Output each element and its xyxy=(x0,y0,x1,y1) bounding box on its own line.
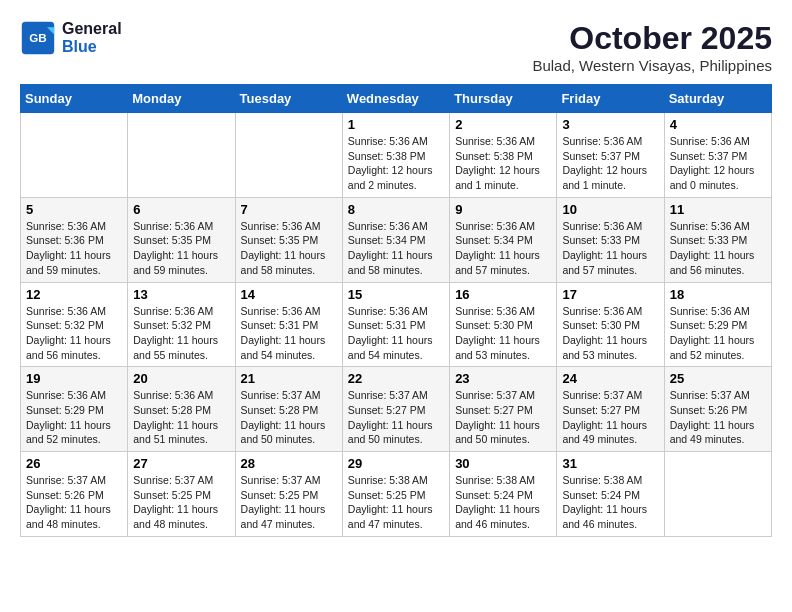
calendar-cell: 1Sunrise: 5:36 AMSunset: 5:38 PMDaylight… xyxy=(342,113,449,198)
day-info: Sunrise: 5:36 AMSunset: 5:28 PMDaylight:… xyxy=(133,388,229,447)
day-number: 26 xyxy=(26,456,122,471)
calendar-cell: 18Sunrise: 5:36 AMSunset: 5:29 PMDayligh… xyxy=(664,282,771,367)
day-info: Sunrise: 5:37 AMSunset: 5:27 PMDaylight:… xyxy=(562,388,658,447)
day-number: 24 xyxy=(562,371,658,386)
logo-line1: General xyxy=(62,20,122,38)
day-info: Sunrise: 5:36 AMSunset: 5:35 PMDaylight:… xyxy=(133,219,229,278)
day-number: 14 xyxy=(241,287,337,302)
day-info: Sunrise: 5:37 AMSunset: 5:25 PMDaylight:… xyxy=(133,473,229,532)
logo-line2: Blue xyxy=(62,38,122,56)
day-info: Sunrise: 5:36 AMSunset: 5:38 PMDaylight:… xyxy=(455,134,551,193)
day-info: Sunrise: 5:38 AMSunset: 5:25 PMDaylight:… xyxy=(348,473,444,532)
calendar-cell: 9Sunrise: 5:36 AMSunset: 5:34 PMDaylight… xyxy=(450,197,557,282)
calendar-cell: 15Sunrise: 5:36 AMSunset: 5:31 PMDayligh… xyxy=(342,282,449,367)
calendar-cell: 24Sunrise: 5:37 AMSunset: 5:27 PMDayligh… xyxy=(557,367,664,452)
day-info: Sunrise: 5:36 AMSunset: 5:38 PMDaylight:… xyxy=(348,134,444,193)
day-info: Sunrise: 5:36 AMSunset: 5:32 PMDaylight:… xyxy=(26,304,122,363)
day-info: Sunrise: 5:36 AMSunset: 5:36 PMDaylight:… xyxy=(26,219,122,278)
day-info: Sunrise: 5:36 AMSunset: 5:34 PMDaylight:… xyxy=(455,219,551,278)
calendar-cell: 13Sunrise: 5:36 AMSunset: 5:32 PMDayligh… xyxy=(128,282,235,367)
weekday-header-row: SundayMondayTuesdayWednesdayThursdayFrid… xyxy=(21,85,772,113)
calendar-cell: 3Sunrise: 5:36 AMSunset: 5:37 PMDaylight… xyxy=(557,113,664,198)
day-info: Sunrise: 5:36 AMSunset: 5:37 PMDaylight:… xyxy=(670,134,766,193)
day-number: 13 xyxy=(133,287,229,302)
logo-icon: GB xyxy=(20,20,56,56)
day-number: 1 xyxy=(348,117,444,132)
calendar-cell xyxy=(235,113,342,198)
day-info: Sunrise: 5:37 AMSunset: 5:27 PMDaylight:… xyxy=(348,388,444,447)
logo: GB General Blue xyxy=(20,20,122,56)
day-info: Sunrise: 5:36 AMSunset: 5:30 PMDaylight:… xyxy=(455,304,551,363)
page-header: GB General Blue October 2025 Bulad, West… xyxy=(20,20,772,74)
day-number: 17 xyxy=(562,287,658,302)
calendar-cell: 29Sunrise: 5:38 AMSunset: 5:25 PMDayligh… xyxy=(342,452,449,537)
day-number: 5 xyxy=(26,202,122,217)
day-number: 21 xyxy=(241,371,337,386)
svg-text:GB: GB xyxy=(29,31,47,44)
day-number: 27 xyxy=(133,456,229,471)
week-row-5: 26Sunrise: 5:37 AMSunset: 5:26 PMDayligh… xyxy=(21,452,772,537)
location-title: Bulad, Western Visayas, Philippines xyxy=(532,57,772,74)
calendar-cell: 11Sunrise: 5:36 AMSunset: 5:33 PMDayligh… xyxy=(664,197,771,282)
day-info: Sunrise: 5:36 AMSunset: 5:34 PMDaylight:… xyxy=(348,219,444,278)
day-number: 28 xyxy=(241,456,337,471)
day-number: 10 xyxy=(562,202,658,217)
day-number: 16 xyxy=(455,287,551,302)
day-info: Sunrise: 5:36 AMSunset: 5:33 PMDaylight:… xyxy=(670,219,766,278)
calendar-cell: 21Sunrise: 5:37 AMSunset: 5:28 PMDayligh… xyxy=(235,367,342,452)
calendar-cell: 25Sunrise: 5:37 AMSunset: 5:26 PMDayligh… xyxy=(664,367,771,452)
day-number: 19 xyxy=(26,371,122,386)
day-number: 25 xyxy=(670,371,766,386)
day-number: 15 xyxy=(348,287,444,302)
calendar-cell: 17Sunrise: 5:36 AMSunset: 5:30 PMDayligh… xyxy=(557,282,664,367)
day-info: Sunrise: 5:38 AMSunset: 5:24 PMDaylight:… xyxy=(562,473,658,532)
day-number: 9 xyxy=(455,202,551,217)
calendar-cell: 10Sunrise: 5:36 AMSunset: 5:33 PMDayligh… xyxy=(557,197,664,282)
week-row-3: 12Sunrise: 5:36 AMSunset: 5:32 PMDayligh… xyxy=(21,282,772,367)
day-number: 6 xyxy=(133,202,229,217)
calendar-cell xyxy=(21,113,128,198)
calendar-cell: 2Sunrise: 5:36 AMSunset: 5:38 PMDaylight… xyxy=(450,113,557,198)
title-block: October 2025 Bulad, Western Visayas, Phi… xyxy=(532,20,772,74)
weekday-header-wednesday: Wednesday xyxy=(342,85,449,113)
day-info: Sunrise: 5:37 AMSunset: 5:26 PMDaylight:… xyxy=(26,473,122,532)
day-info: Sunrise: 5:36 AMSunset: 5:29 PMDaylight:… xyxy=(670,304,766,363)
day-number: 12 xyxy=(26,287,122,302)
day-number: 8 xyxy=(348,202,444,217)
calendar-cell: 27Sunrise: 5:37 AMSunset: 5:25 PMDayligh… xyxy=(128,452,235,537)
calendar-cell: 5Sunrise: 5:36 AMSunset: 5:36 PMDaylight… xyxy=(21,197,128,282)
weekday-header-friday: Friday xyxy=(557,85,664,113)
day-info: Sunrise: 5:36 AMSunset: 5:29 PMDaylight:… xyxy=(26,388,122,447)
day-number: 4 xyxy=(670,117,766,132)
calendar-cell: 31Sunrise: 5:38 AMSunset: 5:24 PMDayligh… xyxy=(557,452,664,537)
week-row-4: 19Sunrise: 5:36 AMSunset: 5:29 PMDayligh… xyxy=(21,367,772,452)
day-number: 30 xyxy=(455,456,551,471)
day-number: 2 xyxy=(455,117,551,132)
day-info: Sunrise: 5:37 AMSunset: 5:28 PMDaylight:… xyxy=(241,388,337,447)
calendar-cell: 26Sunrise: 5:37 AMSunset: 5:26 PMDayligh… xyxy=(21,452,128,537)
day-number: 23 xyxy=(455,371,551,386)
calendar-cell: 12Sunrise: 5:36 AMSunset: 5:32 PMDayligh… xyxy=(21,282,128,367)
day-info: Sunrise: 5:37 AMSunset: 5:27 PMDaylight:… xyxy=(455,388,551,447)
calendar-cell: 23Sunrise: 5:37 AMSunset: 5:27 PMDayligh… xyxy=(450,367,557,452)
day-info: Sunrise: 5:37 AMSunset: 5:25 PMDaylight:… xyxy=(241,473,337,532)
calendar-cell: 16Sunrise: 5:36 AMSunset: 5:30 PMDayligh… xyxy=(450,282,557,367)
calendar-cell: 20Sunrise: 5:36 AMSunset: 5:28 PMDayligh… xyxy=(128,367,235,452)
calendar-cell xyxy=(128,113,235,198)
month-title: October 2025 xyxy=(532,20,772,57)
day-info: Sunrise: 5:36 AMSunset: 5:31 PMDaylight:… xyxy=(348,304,444,363)
day-info: Sunrise: 5:36 AMSunset: 5:37 PMDaylight:… xyxy=(562,134,658,193)
calendar-cell: 4Sunrise: 5:36 AMSunset: 5:37 PMDaylight… xyxy=(664,113,771,198)
calendar-cell: 30Sunrise: 5:38 AMSunset: 5:24 PMDayligh… xyxy=(450,452,557,537)
calendar-cell: 6Sunrise: 5:36 AMSunset: 5:35 PMDaylight… xyxy=(128,197,235,282)
weekday-header-sunday: Sunday xyxy=(21,85,128,113)
day-info: Sunrise: 5:37 AMSunset: 5:26 PMDaylight:… xyxy=(670,388,766,447)
day-info: Sunrise: 5:36 AMSunset: 5:30 PMDaylight:… xyxy=(562,304,658,363)
weekday-header-saturday: Saturday xyxy=(664,85,771,113)
day-info: Sunrise: 5:38 AMSunset: 5:24 PMDaylight:… xyxy=(455,473,551,532)
weekday-header-monday: Monday xyxy=(128,85,235,113)
calendar-cell: 8Sunrise: 5:36 AMSunset: 5:34 PMDaylight… xyxy=(342,197,449,282)
day-info: Sunrise: 5:36 AMSunset: 5:31 PMDaylight:… xyxy=(241,304,337,363)
week-row-1: 1Sunrise: 5:36 AMSunset: 5:38 PMDaylight… xyxy=(21,113,772,198)
calendar-cell: 28Sunrise: 5:37 AMSunset: 5:25 PMDayligh… xyxy=(235,452,342,537)
